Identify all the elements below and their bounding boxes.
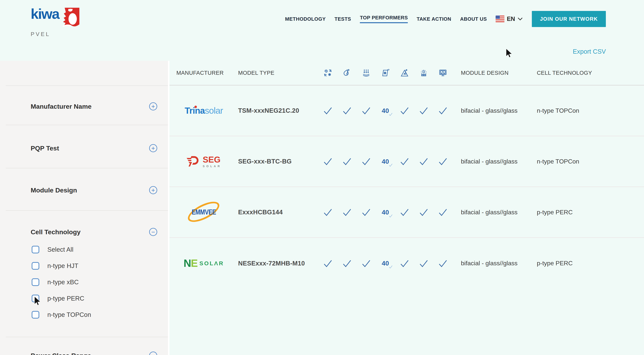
- module-design-value: bifacial - glass//glass: [452, 158, 535, 165]
- nav-top-performers[interactable]: TOP PERFORMERS: [360, 15, 408, 23]
- cell-technology-value: n-type TOPCon: [535, 158, 644, 165]
- manufacturer-logo-seg: SEG SOLAR: [170, 155, 238, 168]
- check-icon: [414, 207, 433, 217]
- check-icon: [318, 106, 338, 116]
- collapse-minus-icon[interactable]: −: [149, 352, 157, 355]
- check-icon: [395, 207, 414, 217]
- checkbox-n-type-xbc[interactable]: n-type xBC: [32, 278, 78, 286]
- lid-letid-icon[interactable]: [414, 68, 433, 78]
- manufacturer-logo-trina: Trinasolar: [170, 106, 238, 116]
- language-code: EN: [507, 16, 515, 22]
- model-type: SEG-xxx-BTC-BG: [238, 158, 318, 165]
- col-header-cell-technology[interactable]: CELL TECHNOLOGY: [535, 70, 644, 76]
- collapse-minus-icon[interactable]: −: [149, 228, 157, 236]
- filter-section-cell-technology[interactable]: Cell Technology −: [0, 226, 168, 238]
- table-row-trina[interactable]: Trinasolar TSM-xxxNEG21C.20 40 bifacial …: [170, 86, 644, 136]
- hail-rating-value: 40: [376, 158, 395, 165]
- seg-emblem-icon: [186, 155, 201, 168]
- top-performers-page: { "brand": { "name": "kiwa", "subtitle":…: [0, 0, 644, 355]
- language-selector[interactable]: EN: [496, 16, 523, 22]
- nav-methodology[interactable]: METHODOLOGY: [285, 16, 326, 22]
- thermal-cycling-icon[interactable]: [318, 68, 338, 78]
- col-header-module-design[interactable]: MODULE DESIGN: [452, 70, 535, 76]
- table-header-row: MANUFACTURER MODEL TYPE: [170, 61, 644, 86]
- kiwa-flag-icon: [60, 8, 79, 28]
- divider: [6, 168, 168, 168]
- checkbox-icon[interactable]: [32, 262, 39, 270]
- filter-title: Cell Technology: [31, 228, 80, 236]
- check-icon: [356, 207, 376, 217]
- divider: [6, 125, 168, 125]
- filter-section-module-design[interactable]: Module Design +: [0, 184, 168, 196]
- filter-section-pqp-test[interactable]: PQP Test +: [0, 142, 168, 154]
- filter-title: Manufacturer Name: [31, 103, 92, 110]
- col-header-model-type[interactable]: MODEL TYPE: [238, 70, 318, 76]
- check-icon: [414, 106, 433, 116]
- manufacturer-logo-emmvee: EMMVEE: [170, 202, 238, 223]
- check-icon: [318, 156, 338, 166]
- chevron-down-icon: [517, 17, 523, 21]
- filter-title: PQP Test: [31, 144, 59, 152]
- filter-title: Power Class Range: [31, 352, 91, 355]
- checkbox-n-type-topcon[interactable]: n-type TOPCon: [32, 310, 91, 319]
- check-icon: [318, 207, 338, 217]
- filter-section-power-class[interactable]: Power Class Range −: [0, 350, 168, 355]
- table-row-ne-solar[interactable]: N E SOLΛR NESExxx-72MHB-M10 40 bifacial …: [170, 238, 644, 289]
- export-csv-link[interactable]: Export CSV: [573, 48, 606, 55]
- nav-about-us[interactable]: ABOUT US: [460, 16, 487, 22]
- col-header-manufacturer[interactable]: MANUFACTURER: [170, 70, 238, 76]
- check-icon: [433, 258, 452, 268]
- pid-icon[interactable]: [395, 68, 414, 78]
- divider: [6, 337, 168, 337]
- check-icon: [338, 156, 356, 166]
- expand-plus-icon[interactable]: +: [149, 102, 157, 110]
- checkbox-n-type-hjt[interactable]: n-type HJT: [32, 262, 78, 270]
- damp-heat-icon[interactable]: [338, 68, 356, 78]
- hail-stress-icon[interactable]: [376, 68, 395, 78]
- check-icon: [338, 207, 356, 217]
- module-design-value: bifacial - glass//glass: [452, 260, 535, 267]
- check-icon: [395, 258, 414, 268]
- check-icon: [414, 156, 433, 166]
- checkbox-select-all[interactable]: Select All: [32, 245, 74, 254]
- nav-tests[interactable]: TESTS: [334, 16, 351, 22]
- model-type: TSM-xxxNEG21C.20: [238, 107, 318, 114]
- check-icon: [433, 156, 452, 166]
- main-nav: METHODOLOGY TESTS TOP PERFORMERS TAKE AC…: [285, 11, 606, 27]
- checkbox-icon[interactable]: [32, 278, 39, 286]
- check-icon: [338, 106, 356, 116]
- kiwa-pvel-logo[interactable]: kiwa PVEL: [31, 8, 79, 38]
- mechanical-stress-icon[interactable]: [356, 68, 376, 78]
- expand-plus-icon[interactable]: +: [149, 186, 157, 194]
- small-check-icon: [388, 265, 393, 269]
- expand-plus-icon[interactable]: +: [149, 144, 157, 152]
- check-icon: [338, 258, 356, 268]
- check-icon: [395, 156, 414, 166]
- cell-technology-value: p-type PERC: [535, 260, 644, 267]
- table-row-seg[interactable]: SEG SOLAR SEG-xxx-BTC-BG 40 bifacial - g…: [170, 136, 644, 187]
- nav-take-action[interactable]: TAKE ACTION: [416, 16, 451, 22]
- checkbox-icon[interactable]: [32, 311, 39, 318]
- filter-section-manufacturer-name[interactable]: Manufacturer Name +: [0, 101, 168, 112]
- checkbox-icon[interactable]: [32, 246, 39, 254]
- filter-title: Module Design: [31, 186, 77, 194]
- table-row-emmvee[interactable]: EMMVEE ExxxHCBG144 40 bifacial - glass//…: [170, 187, 644, 238]
- results-table: MANUFACTURER MODEL TYPE: [170, 61, 644, 355]
- hail-rating-value: 40: [376, 260, 395, 267]
- mouse-cursor: [506, 48, 513, 59]
- check-icon: [395, 106, 414, 116]
- divider: [6, 86, 168, 86]
- mouse-cursor: [34, 296, 41, 307]
- hail-rating-value: 40: [376, 208, 395, 216]
- filters-sidebar: Manufacturer Name + PQP Test + Module De…: [0, 61, 170, 355]
- module-design-value: bifacial - glass//glass: [452, 107, 535, 114]
- small-check-icon: [388, 163, 393, 167]
- check-icon: [433, 106, 452, 116]
- small-check-icon: [388, 112, 393, 116]
- module-design-value: bifacial - glass//glass: [452, 209, 535, 216]
- check-icon: [356, 106, 376, 116]
- pan-performance-icon[interactable]: [433, 68, 452, 78]
- join-network-button[interactable]: JOIN OUR NETWORK: [532, 11, 606, 27]
- divider: [6, 210, 168, 211]
- small-check-icon: [388, 214, 393, 218]
